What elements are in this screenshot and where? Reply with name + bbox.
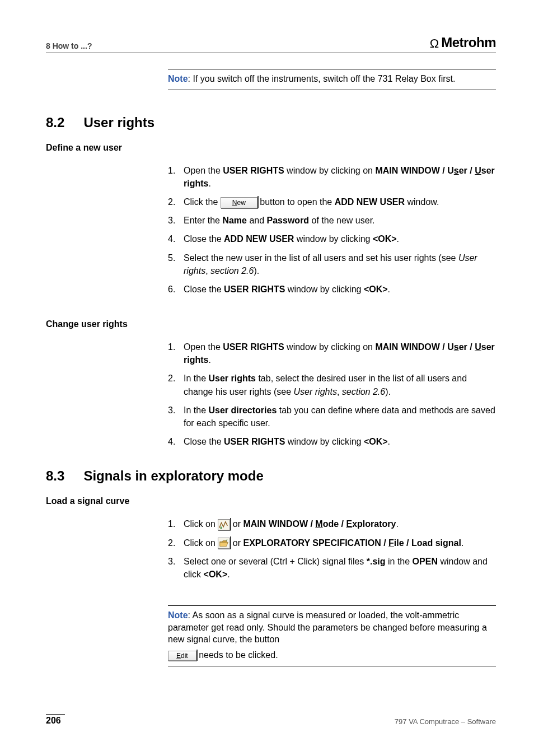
heading-8-3: 8.3 Signals in exploratory mode [46, 468, 496, 484]
note-text-2: needs to be clicked. [199, 650, 278, 660]
page-number: 206 [46, 714, 65, 726]
running-header: 8 How to ...? Ω Metrohm [46, 35, 496, 53]
list-item: Click on or MAIN WINDOW / Mode / Explora… [168, 517, 496, 530]
subheading-change-rights: Change user rights [46, 319, 496, 329]
list-item: Open the USER RIGHTS window by clicking … [168, 164, 496, 190]
brand-omega-icon: Ω [430, 38, 439, 50]
list-item: Close the ADD NEW USER window by clickin… [168, 232, 496, 245]
list-item: In the User rights tab, select the desir… [168, 372, 496, 398]
note-relay-box: Note: If you switch off the instruments,… [168, 69, 496, 90]
list-item: Close the USER RIGHTS window by clicking… [168, 435, 496, 448]
running-title: 8 How to ...? [46, 41, 92, 50]
note-signal-curve: Note: As soon as a signal curve is measu… [168, 605, 496, 666]
brand-logo: Ω Metrohm [430, 35, 496, 50]
instructions-change-rights: Open the USER RIGHTS window by clicking … [168, 340, 496, 448]
heading-number: 8.2 [46, 115, 64, 130]
list-item: Click on or EXPLORATORY SPECIFICATION / … [168, 536, 496, 549]
footer-title: 797 VA Computrace – Software [395, 717, 496, 726]
heading-number: 8.3 [46, 468, 64, 484]
subheading-define-user: Define a new user [46, 143, 496, 153]
list-item: Select the new user in the list of all u… [168, 251, 496, 277]
brand-name: Metrohm [441, 35, 496, 50]
note-text: : If you switch off the instruments, swi… [188, 74, 456, 83]
heading-title: User rights [83, 115, 154, 130]
heading-8-2: 8.2 User rights [46, 115, 496, 130]
new-button[interactable]: New [221, 197, 257, 208]
open-folder-icon[interactable] [218, 538, 230, 549]
list-item: Enter the Name and Password of the new u… [168, 214, 496, 227]
list-item: Open the USER RIGHTS window by clicking … [168, 340, 496, 366]
instructions-load-signal: Click on or MAIN WINDOW / Mode / Explora… [168, 517, 496, 581]
subheading-load-signal: Load a signal curve [46, 496, 496, 506]
heading-title: Signals in exploratory mode [83, 468, 263, 484]
instructions-define-user: Open the USER RIGHTS window by clicking … [168, 164, 496, 296]
running-footer: 206 797 VA Computrace – Software [46, 714, 496, 726]
list-item: Select one or several (Ctrl + Click) sig… [168, 555, 496, 581]
note-text: : As soon as a signal curve is measured … [168, 610, 487, 644]
list-item: In the User directories tab you can defi… [168, 404, 496, 430]
note-label: Note [168, 74, 188, 83]
list-item: Close the USER RIGHTS window by clicking… [168, 283, 496, 296]
edit-button[interactable]: Edit [168, 651, 196, 661]
note-label: Note [168, 610, 188, 620]
exploratory-mode-icon[interactable] [218, 519, 230, 530]
list-item: Click the New button to open the ADD NEW… [168, 195, 496, 208]
